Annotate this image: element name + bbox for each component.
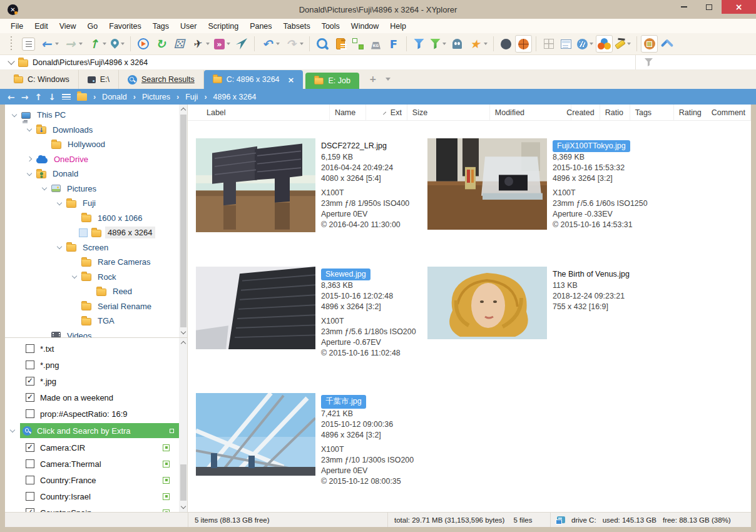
extra-filter-item[interactable]: Camera:Thermal bbox=[5, 456, 178, 472]
tree-item-label[interactable]: 4896 x 3264 bbox=[105, 227, 155, 238]
toolbar-button[interactable] bbox=[641, 35, 658, 53]
tree-item[interactable]: Screen bbox=[5, 240, 178, 255]
tree-item-label[interactable]: TGA bbox=[95, 315, 117, 327]
tree-item[interactable]: Rock bbox=[5, 270, 178, 285]
tab-list-arrow-icon[interactable] bbox=[386, 78, 391, 81]
tree-item[interactable]: Donald bbox=[5, 166, 178, 182]
search-by-extra-header[interactable]: Click and Search by Extra bbox=[5, 423, 179, 438]
tree-expander-icon[interactable] bbox=[41, 332, 48, 338]
menu-item[interactable]: Panes bbox=[244, 20, 277, 33]
tree-expander-icon[interactable] bbox=[41, 141, 48, 148]
filter-scrollbar[interactable] bbox=[179, 338, 187, 512]
tree-expander-icon[interactable] bbox=[71, 274, 78, 280]
tab-label[interactable]: E: Job bbox=[328, 76, 350, 85]
menu-item[interactable]: File bbox=[5, 20, 29, 33]
file-thumbnail[interactable] bbox=[196, 393, 315, 476]
filter-label[interactable]: *.txt bbox=[40, 344, 172, 354]
filter-label[interactable]: Camera:Thermal bbox=[40, 459, 157, 469]
column-header[interactable]: Label bbox=[202, 105, 330, 120]
tree-item[interactable]: Rare Cameras bbox=[5, 255, 178, 270]
file-name[interactable]: Skewed.jpg bbox=[321, 269, 370, 280]
tree-expander-icon[interactable] bbox=[71, 318, 78, 324]
tab-label[interactable]: C: Windows bbox=[28, 75, 69, 84]
tree-item[interactable]: This PC bbox=[5, 108, 178, 123]
toolbar-button[interactable] bbox=[466, 35, 489, 53]
toolbar-button[interactable] bbox=[515, 35, 532, 53]
file-item[interactable]: DSCF2722_LR.jpg 6,159 KB 2016-04-24 20:4… bbox=[196, 138, 427, 232]
dropdown-arrow-icon[interactable] bbox=[442, 43, 446, 45]
header-box-icon[interactable] bbox=[170, 429, 174, 433]
filter-icon[interactable] bbox=[645, 58, 653, 66]
dropdown-arrow-icon[interactable] bbox=[79, 43, 83, 45]
checkbox[interactable] bbox=[26, 459, 34, 468]
tab-close-icon[interactable]: × bbox=[288, 75, 295, 84]
toolbar-button[interactable] bbox=[596, 35, 613, 53]
tree-item[interactable]: Serial Rename bbox=[5, 299, 178, 314]
toolbar-button[interactable] bbox=[282, 35, 305, 53]
chevron-down-icon[interactable] bbox=[8, 58, 14, 64]
toolbar-button[interactable] bbox=[613, 35, 633, 53]
dropdown-arrow-icon[interactable] bbox=[590, 43, 593, 45]
extra-filter-item[interactable]: Camera:CIR bbox=[5, 439, 178, 456]
tree-expander-icon[interactable] bbox=[56, 200, 63, 207]
menu-item[interactable]: Window bbox=[345, 20, 384, 33]
column-header[interactable]: Size bbox=[407, 105, 490, 120]
tree-item-label[interactable]: Reed bbox=[110, 285, 135, 297]
tree-item-label[interactable]: Rock bbox=[95, 271, 119, 283]
dropdown-arrow-icon[interactable] bbox=[276, 43, 280, 45]
menu-item[interactable]: Tags bbox=[147, 20, 175, 33]
toolbar-button[interactable] bbox=[61, 35, 84, 53]
tree-item[interactable]: Reed bbox=[5, 284, 178, 299]
new-tab-button[interactable]: + bbox=[369, 74, 377, 84]
tree-expander-icon[interactable] bbox=[71, 215, 78, 221]
tree-expander-icon[interactable] bbox=[71, 230, 78, 236]
dropdown-arrow-icon[interactable] bbox=[484, 43, 488, 45]
scrollbar-thumb[interactable] bbox=[180, 464, 186, 501]
filter-item[interactable]: prop:#AspectRatio: 16:9 bbox=[5, 406, 178, 422]
tree-item[interactable]: TGA bbox=[5, 314, 178, 329]
toolbar-button[interactable] bbox=[212, 35, 232, 53]
tree-item[interactable]: Hollywood bbox=[5, 137, 178, 152]
filter-item[interactable]: *.png bbox=[5, 357, 178, 373]
extra-filter-item[interactable]: Country:Israel bbox=[5, 488, 178, 504]
dropdown-arrow-icon[interactable] bbox=[55, 43, 59, 45]
column-header[interactable]: Name bbox=[330, 105, 366, 120]
extra-filter-item[interactable]: Country:France bbox=[5, 472, 178, 488]
file-item[interactable]: Skewed.jpg 8,363 KB 2015-10-16 12:02:48 … bbox=[196, 267, 427, 359]
breadcrumb-segment[interactable]: 4896 x 3264 bbox=[204, 93, 256, 101]
toolbar-button[interactable] bbox=[332, 35, 349, 53]
toolbar-button[interactable] bbox=[540, 35, 557, 53]
scroll-up-icon[interactable] bbox=[179, 338, 187, 347]
column-header[interactable]: Tags bbox=[630, 105, 674, 120]
checkbox[interactable] bbox=[26, 492, 34, 501]
dropdown-arrow-icon[interactable] bbox=[121, 43, 125, 45]
back-icon[interactable]: ← bbox=[8, 92, 15, 102]
toolbar-button[interactable] bbox=[658, 35, 675, 53]
filter-label[interactable]: Country:Israel bbox=[40, 492, 157, 501]
tree-item-label[interactable]: OneDrive bbox=[51, 153, 91, 165]
checkbox[interactable] bbox=[26, 377, 34, 386]
toolbar-button[interactable] bbox=[314, 35, 331, 53]
column-header[interactable]: Modified bbox=[490, 105, 571, 120]
tree-expander-icon[interactable] bbox=[86, 289, 93, 295]
tab-label[interactable]: Search Results bbox=[141, 75, 195, 84]
tree-item-label[interactable]: Downloads bbox=[50, 124, 95, 136]
checkbox[interactable] bbox=[26, 476, 34, 484]
checkbox[interactable] bbox=[26, 344, 34, 353]
menu-item[interactable]: Tools bbox=[316, 20, 345, 33]
filter-label[interactable]: *.png bbox=[40, 361, 172, 370]
file-thumbnail[interactable] bbox=[427, 267, 547, 339]
tree-expander-icon[interactable] bbox=[26, 156, 33, 162]
tab-label[interactable]: E:\ bbox=[100, 75, 110, 84]
folder-icon[interactable] bbox=[77, 93, 87, 101]
tree-item-label[interactable]: Hollywood bbox=[65, 138, 108, 150]
file-thumbnail[interactable] bbox=[196, 138, 315, 232]
tree-item[interactable]: Videos bbox=[5, 329, 178, 339]
toolbar-button[interactable] bbox=[558, 35, 575, 53]
tree-item-label[interactable]: Donald bbox=[50, 168, 81, 180]
up-icon[interactable]: ↑ bbox=[34, 92, 42, 102]
menu-item[interactable]: Tabsets bbox=[278, 20, 316, 33]
file-item[interactable]: 千葉市.jpg 7,421 KB 2015-10-12 09:00:36 489… bbox=[196, 393, 427, 487]
toolbar-button[interactable] bbox=[188, 35, 212, 53]
checkbox[interactable] bbox=[26, 393, 34, 402]
